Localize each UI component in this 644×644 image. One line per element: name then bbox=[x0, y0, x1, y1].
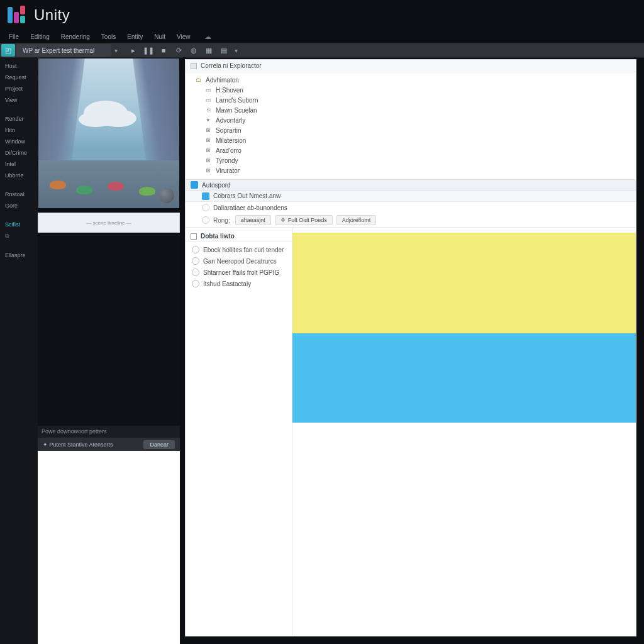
menu-tools[interactable]: Tools bbox=[101, 33, 116, 40]
doc-icon: 🗎 bbox=[204, 157, 212, 164]
doc-icon: 🗎 bbox=[204, 126, 212, 134]
sync-icon[interactable]: ⟳ bbox=[172, 44, 186, 57]
tree-item[interactable]: 🗎Tyrondy bbox=[186, 155, 636, 165]
tree-label: Soprartin bbox=[216, 127, 242, 134]
status-line: Powe downowoort petters bbox=[38, 426, 180, 437]
timeline-strip[interactable]: — scene timeline — bbox=[38, 213, 180, 233]
outline-row[interactable]: Itshud Eastactaly bbox=[186, 278, 292, 289]
breadcrumb-path[interactable]: WP ar Expert test thermal bbox=[16, 44, 111, 57]
asset-bar-button[interactable]: Danear bbox=[143, 440, 175, 449]
inspector-lower-split: Dobta liwto Ebock hollites fan curi tend… bbox=[186, 227, 636, 636]
menu-file[interactable]: File bbox=[9, 33, 19, 40]
outline-row[interactable]: Ebock hollites fan curi tender bbox=[186, 244, 292, 255]
tag-icon: ❖ bbox=[280, 217, 286, 223]
tree-item[interactable]: ✦Advontarly bbox=[186, 115, 636, 125]
menu-view[interactable]: View bbox=[177, 33, 191, 40]
menu-bar: File Editing Rendering Tools Entity Nuit… bbox=[0, 30, 644, 43]
cube-icon bbox=[202, 192, 209, 200]
outline-row[interactable]: Shtarnoer ffails frolt PGPIG bbox=[186, 267, 292, 278]
play-icon[interactable]: ▸ bbox=[126, 44, 140, 57]
outline-title: Dobta liwto bbox=[201, 233, 235, 240]
radio-icon[interactable] bbox=[202, 216, 209, 224]
bullet-icon bbox=[192, 257, 199, 265]
rail-item[interactable]: Ellaspre bbox=[3, 251, 35, 260]
section-title: Autospord bbox=[202, 182, 231, 189]
bullet-icon bbox=[192, 269, 199, 276]
outline-label: Itshud Eastactaly bbox=[203, 280, 251, 287]
property-chip[interactable]: ❖Fult Oidt Poeds bbox=[275, 215, 333, 225]
step-icon[interactable]: ❚❚ bbox=[142, 44, 155, 57]
outline-row[interactable]: Gan Neeropod Decatrurcs bbox=[186, 255, 292, 267]
tree-label: Milatersion bbox=[216, 137, 246, 144]
tree-label: Mawn Scuelan bbox=[216, 107, 257, 114]
tree-item[interactable]: 🗎Virurator bbox=[186, 165, 636, 175]
scene-column: — scene timeline — Powe downowoort pette… bbox=[38, 58, 180, 644]
component-row[interactable]: Cobrars Out Nmest.anw bbox=[186, 191, 636, 202]
rail-item[interactable]: Request bbox=[3, 73, 35, 82]
radio-icon[interactable] bbox=[202, 204, 209, 211]
bullet-icon bbox=[192, 280, 199, 287]
rail-item[interactable]: Intel bbox=[3, 160, 35, 169]
tree-label: Arad'orro bbox=[216, 147, 242, 154]
square-icon bbox=[191, 233, 197, 240]
rail-item[interactable]: View bbox=[3, 96, 35, 104]
rail-item[interactable]: Di/Crime bbox=[3, 148, 35, 157]
outline-label: Ebock hollites fan curi tender bbox=[203, 247, 284, 253]
tree-item[interactable]: ▭Larnd's Suborn bbox=[186, 95, 636, 105]
rail-item[interactable]: Gore bbox=[3, 201, 35, 210]
asset-bar: ✦ Putent Stantive Atenserts Danear bbox=[38, 437, 180, 451]
checkbox-icon[interactable] bbox=[191, 63, 197, 69]
chevron-down-icon-2[interactable]: ▾ bbox=[232, 47, 240, 54]
rail-item[interactable]: Project bbox=[3, 84, 35, 93]
outline-list: Dobta liwto Ebock hollites fan curi tend… bbox=[186, 228, 292, 636]
bullet-icon bbox=[192, 246, 199, 253]
tree-root[interactable]: 🗀 Advhimaton bbox=[186, 75, 636, 85]
property-value-chip[interactable]: ahaeasjnt bbox=[235, 215, 271, 225]
rail-item[interactable]: Rnstoat bbox=[3, 190, 35, 199]
left-rail: Host Request Project View Render Hitn Wi… bbox=[0, 58, 38, 644]
tree-item[interactable]: 🗎Arad'orro bbox=[186, 145, 636, 155]
doc-icon: 🗎 bbox=[204, 167, 212, 174]
rail-item-active[interactable]: Scifist bbox=[3, 220, 35, 229]
app-name: Unity bbox=[34, 6, 70, 24]
menu-nuit[interactable]: Nuit bbox=[154, 33, 165, 40]
scene-view[interactable] bbox=[38, 58, 180, 209]
property-text: Daliaratiaer ab-bunondens bbox=[213, 204, 287, 211]
rail-item[interactable]: Render bbox=[3, 114, 35, 123]
tree-label: Advontarly bbox=[216, 117, 245, 124]
doc-icon: 🗎 bbox=[204, 136, 212, 144]
preview-canvas[interactable] bbox=[292, 228, 636, 636]
component-name: Cobrars Out Nmest.anw bbox=[213, 192, 280, 199]
component-icon: ▭ bbox=[204, 96, 212, 104]
tree-item[interactable]: 🗎Soprartin bbox=[186, 125, 636, 135]
menu-editing[interactable]: Editing bbox=[30, 33, 50, 40]
tool-select-icon[interactable]: ◰ bbox=[1, 44, 15, 57]
chevron-down-icon[interactable]: ▾ bbox=[112, 47, 120, 54]
view-gizmo-icon[interactable] bbox=[159, 188, 174, 203]
rail-item[interactable]: Ubbrrie bbox=[3, 171, 35, 180]
pause-icon[interactable]: ■ bbox=[157, 44, 170, 57]
rail-item[interactable]: Hitn bbox=[3, 126, 35, 135]
outline-header: Dobta liwto bbox=[186, 231, 292, 242]
inspector-header: Correla ni Exploractor bbox=[186, 60, 636, 72]
outline-label: Shtarnoer ffails frolt PGPIG bbox=[203, 269, 279, 276]
menu-rendering[interactable]: Rendering bbox=[61, 33, 90, 40]
title-bar: Unity bbox=[0, 0, 644, 30]
property-label: Rong: bbox=[213, 217, 230, 224]
tree-item[interactable]: ⎘Mawn Scuelan bbox=[186, 105, 636, 115]
rail-glyph-icon[interactable]: ⧉ bbox=[3, 231, 35, 241]
preview-blue-band bbox=[292, 333, 636, 423]
menu-entity[interactable]: Entity bbox=[127, 33, 143, 40]
rail-item[interactable]: Window bbox=[3, 137, 35, 146]
cube-icon[interactable]: ▦ bbox=[202, 44, 216, 57]
cloud-icon[interactable]: ☁ bbox=[204, 33, 211, 41]
component-section-header[interactable]: Autospord bbox=[186, 179, 636, 191]
tree-item[interactable]: 🗎Milatersion bbox=[186, 135, 636, 145]
globe-icon[interactable]: ◍ bbox=[187, 44, 201, 57]
tree-item[interactable]: ▭H:Shoven bbox=[186, 85, 636, 95]
property-line: Rong: ahaeasjnt ❖Fult Oidt Poeds Adjoref… bbox=[186, 213, 636, 227]
rail-item[interactable]: Host bbox=[3, 62, 35, 70]
property-chip[interactable]: Adjoreflomt bbox=[336, 215, 377, 225]
folder-icon: 🗀 bbox=[194, 76, 202, 84]
grid-icon[interactable]: ▤ bbox=[217, 44, 231, 57]
